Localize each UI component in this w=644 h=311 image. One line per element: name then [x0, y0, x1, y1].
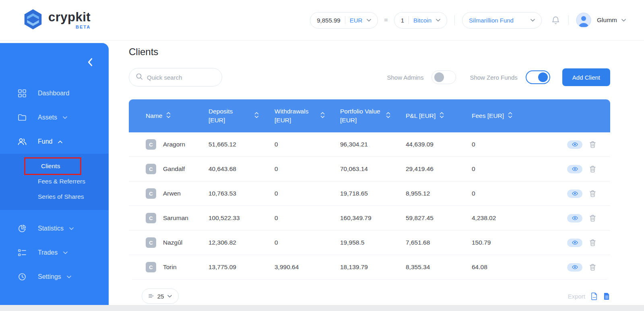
equals-sign: =	[384, 16, 388, 24]
search-icon	[136, 73, 143, 82]
column-header-fees[interactable]: Fees [EUR]	[472, 111, 557, 120]
view-client-button[interactable]	[567, 140, 582, 149]
crypto-converter-pill[interactable]: 1 Bitcoin	[394, 12, 447, 29]
folder-icon	[18, 114, 27, 121]
column-header-deposits[interactable]: Deposits [EUR]	[208, 107, 275, 125]
avatar[interactable]	[576, 12, 591, 28]
chevron-down-icon[interactable]	[436, 19, 440, 22]
sort-icon[interactable]	[254, 112, 259, 120]
sidebar-item-statistics[interactable]: Statistics	[0, 216, 109, 241]
client-badge: C	[146, 213, 156, 223]
deposits-value: 13,775.09	[208, 264, 275, 271]
sidebar-item-trades[interactable]: Trades	[0, 241, 109, 265]
submenu-item-label: Clients	[41, 163, 60, 170]
sidebar-item-clients[interactable]: Clients	[0, 159, 109, 174]
sidebar-item-assets[interactable]: Assets	[0, 105, 109, 130]
sort-icon[interactable]	[320, 112, 325, 120]
view-client-button[interactable]	[567, 263, 582, 272]
export-csv-button[interactable]	[603, 292, 610, 300]
chevron-down-icon[interactable]	[621, 19, 626, 22]
fees-value: 64.08	[472, 264, 557, 271]
sidebar-item-series-of-shares[interactable]: Series of Shares	[0, 189, 109, 204]
withdrawals-value: 0	[275, 165, 340, 173]
sort-icon[interactable]	[508, 112, 512, 120]
delete-client-button[interactable]	[590, 141, 596, 148]
fees-value: 0	[472, 190, 557, 197]
deposits-value: 51,665.12	[208, 141, 275, 148]
bottom-strip	[0, 305, 644, 311]
page-size-value: 25	[157, 293, 164, 300]
list-icon	[18, 249, 27, 256]
client-badge: C	[146, 139, 156, 150]
show-zero-funds-toggle[interactable]	[526, 70, 550, 84]
sidebar-item-label: Fund	[38, 138, 52, 145]
pie-chart-icon	[18, 224, 27, 233]
chevron-down-icon[interactable]	[530, 19, 535, 22]
user-menu[interactable]: Glumm	[597, 16, 626, 24]
fees-value: 150.79	[472, 239, 557, 246]
deposits-value: 40,643.68	[208, 165, 275, 173]
settings-icon	[18, 273, 27, 281]
client-name: Arwen	[163, 190, 181, 197]
delete-client-button[interactable]	[590, 239, 596, 246]
sort-icon[interactable]	[440, 112, 444, 120]
show-admins-toggle[interactable]	[431, 70, 456, 84]
sort-icon[interactable]	[386, 112, 390, 120]
delete-client-button[interactable]	[590, 215, 596, 222]
username: Glumm	[597, 16, 617, 24]
pnl-value: 7,651.68	[406, 239, 472, 246]
delete-client-button[interactable]	[590, 190, 596, 197]
fund-select[interactable]: Silmarillion Fund	[462, 12, 542, 29]
chevron-down-icon	[167, 295, 172, 298]
column-header-name[interactable]: Name	[129, 111, 208, 120]
sidebar-item-label: Statistics	[38, 225, 64, 232]
brand-name: crypkit	[48, 11, 91, 23]
deposits-value: 12,306.82	[208, 239, 275, 246]
fiat-converter-pill[interactable]: 9,855.99 EUR	[310, 12, 378, 29]
sidebar-item-label: Trades	[38, 249, 58, 256]
sidebar-item-dashboard[interactable]: Dashboard	[0, 81, 109, 105]
show-admins-label: Show Admins	[387, 74, 424, 81]
chevron-up-icon	[58, 140, 62, 143]
delete-client-button[interactable]	[590, 166, 596, 173]
table-row: C Nazgûl 12,306.82 0 19,958.5 7,651.68 1…	[129, 231, 610, 255]
chevron-down-icon	[67, 276, 71, 278]
pnl-value: 29,419.46	[406, 165, 472, 173]
sidebar-collapse-button[interactable]	[87, 58, 93, 66]
portfolio-value: 160,349.79	[340, 214, 406, 222]
view-client-button[interactable]	[567, 239, 582, 247]
sidebar-item-label: Settings	[38, 273, 61, 280]
delete-client-button[interactable]	[590, 264, 596, 271]
sidebar-item-fund[interactable]: Fund	[0, 130, 109, 154]
view-client-button[interactable]	[567, 189, 582, 198]
chevron-down-icon[interactable]	[367, 19, 371, 22]
main-content: Clients Show Admins Show Zero Funds Add …	[109, 40, 644, 305]
sidebar-item-fees-referrers[interactable]: Fees & Referrers	[0, 174, 109, 189]
client-badge: C	[146, 262, 156, 272]
search-box[interactable]	[129, 68, 222, 87]
fees-value: 0	[472, 141, 557, 148]
view-client-button[interactable]	[567, 214, 582, 222]
column-header-portfolio-value[interactable]: Portfolio Value [EUR]	[340, 107, 406, 125]
fund-submenu: Clients Fees & Referrers Series of Share…	[0, 154, 109, 210]
page-size-select[interactable]: 25	[142, 288, 179, 304]
column-header-withdrawals[interactable]: Withdrawals [EUR]	[275, 107, 340, 125]
search-input[interactable]	[147, 74, 215, 81]
rows-per-page-icon	[149, 292, 154, 300]
sidebar-item-settings[interactable]: Settings	[0, 265, 109, 289]
submenu-item-label: Fees & Referrers	[38, 178, 85, 185]
crypto-currency: Bitcoin	[413, 17, 431, 24]
withdrawals-value: 3,990.64	[275, 264, 340, 271]
export-pdf-button[interactable]	[591, 292, 598, 300]
column-header-pnl[interactable]: P&L [EUR]	[406, 111, 472, 120]
crypkit-logo[interactable]: crypkit BETA	[23, 9, 91, 31]
portfolio-value: 19,958.5	[340, 239, 406, 246]
add-client-button[interactable]: Add Client	[562, 68, 610, 86]
view-client-button[interactable]	[567, 165, 582, 173]
sidebar: Dashboard Assets Fund Clients Fees & Ref…	[0, 43, 109, 305]
withdrawals-value: 0	[275, 214, 340, 222]
table-row: C Torin 13,775.09 3,990.64 18,139.79 8,3…	[129, 255, 610, 280]
brand-beta-badge: BETA	[48, 25, 91, 29]
notifications-bell-icon[interactable]	[551, 16, 560, 25]
sort-icon[interactable]	[166, 112, 171, 120]
